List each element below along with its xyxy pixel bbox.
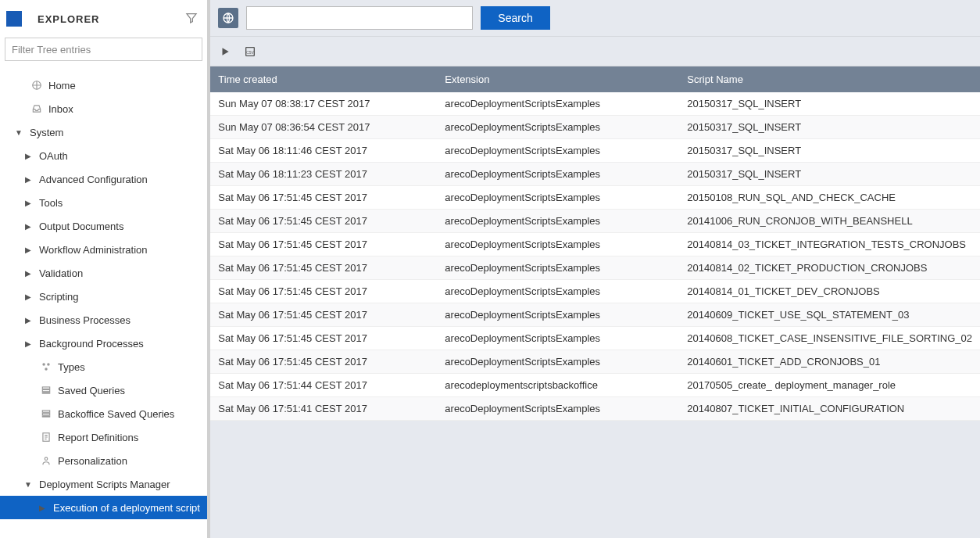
- table-cell: Sun May 07 08:36:54 CEST 2017: [210, 116, 437, 138]
- tree-item-label: Deployment Scripts Manager: [39, 479, 170, 490]
- filter-icon[interactable]: [185, 12, 198, 27]
- tree-item-label: Background Processes: [39, 338, 144, 350]
- table-cell: arecoDeploymentScriptsExamples: [437, 350, 679, 373]
- main-panel: Search CSV Time created Extension Script…: [210, 0, 980, 538]
- table-row[interactable]: Sat May 06 17:51:45 CEST 2017arecoDeploy…: [210, 186, 980, 210]
- tree-item-label: Tools: [39, 197, 63, 209]
- table-cell: Sat May 06 17:51:45 CEST 2017: [210, 186, 437, 209]
- table-cell: 20140814_03_TICKET_INTEGRATION_TESTS_CRO…: [679, 233, 980, 256]
- table-cell: arecoDeploymentScriptsExamples: [437, 256, 679, 279]
- query-icon: [39, 385, 53, 396]
- table-cell: 20141006_RUN_CRONJOB_WITH_BEANSHELL: [679, 210, 980, 232]
- search-input[interactable]: [246, 6, 473, 30]
- chevron-right-icon: ▶: [23, 199, 33, 207]
- tree-item[interactable]: ▶OAuth: [0, 144, 207, 167]
- tree-item-label: Types: [58, 361, 85, 373]
- tree-item[interactable]: ▶Business Processes: [0, 308, 207, 332]
- tree-item-label: Validation: [39, 267, 83, 279]
- tree-item-label: OAuth: [39, 150, 68, 162]
- chevron-right-icon: ▶: [23, 152, 33, 160]
- tree-item[interactable]: ▶Validation: [0, 261, 207, 285]
- tree-item[interactable]: ▶Workflow Administration: [0, 238, 207, 261]
- table-cell: 20150317_SQL_INSERT: [679, 116, 980, 138]
- table-cell: Sat May 06 18:11:23 CEST 2017: [210, 163, 437, 185]
- column-header-extension[interactable]: Extension: [437, 66, 679, 92]
- tree-item[interactable]: ▶Tools: [0, 191, 207, 214]
- tree-item[interactable]: ▶Execution of a deployment script: [0, 496, 207, 519]
- tree-item-label: Scripting: [39, 291, 79, 303]
- inbox-icon: [30, 103, 44, 114]
- table-row[interactable]: Sat May 06 18:11:23 CEST 2017arecoDeploy…: [210, 163, 980, 186]
- tree-item[interactable]: Types: [0, 355, 207, 378]
- chevron-right-icon: ▶: [23, 246, 33, 254]
- table-cell: arecodeploymentscriptsbackoffice: [437, 374, 679, 396]
- table-cell: 20170505_create_ deployment_manager_role: [679, 374, 980, 396]
- table-cell: arecoDeploymentScriptsExamples: [437, 303, 679, 326]
- tree-item-label: Execution of a deployment script: [53, 502, 200, 514]
- table-cell: arecoDeploymentScriptsExamples: [437, 397, 679, 420]
- table-cell: arecoDeploymentScriptsExamples: [437, 210, 679, 232]
- table-cell: Sat May 06 17:51:45 CEST 2017: [210, 350, 437, 373]
- chevron-down-icon: ▼: [23, 480, 33, 489]
- filter-tree-input[interactable]: [5, 38, 202, 61]
- svg-point-11: [45, 457, 48, 461]
- app-logo: [6, 11, 22, 27]
- tree-item[interactable]: ▼Deployment Scripts Manager: [0, 472, 207, 496]
- table-row[interactable]: Sat May 06 17:51:45 CEST 2017arecoDeploy…: [210, 210, 980, 233]
- tree-item[interactable]: Backoffice Saved Queries: [0, 402, 207, 425]
- tree-item[interactable]: ▶Scripting: [0, 285, 207, 308]
- tree-item-label: Inbox: [48, 103, 73, 115]
- tree-item[interactable]: ▶Output Documents: [0, 214, 207, 238]
- table-row[interactable]: Sat May 06 18:11:46 CEST 2017arecoDeploy…: [210, 139, 980, 163]
- column-header-time[interactable]: Time created: [210, 66, 437, 92]
- table-cell: 20150317_SQL_INSERT: [679, 163, 980, 185]
- svg-point-3: [45, 368, 48, 371]
- table-cell: Sun May 07 08:38:17 CEST 2017: [210, 92, 437, 115]
- table-row[interactable]: Sat May 06 17:51:45 CEST 2017arecoDeploy…: [210, 303, 980, 327]
- table-row[interactable]: Sun May 07 08:36:54 CEST 2017arecoDeploy…: [210, 116, 980, 139]
- table-cell: 20140608_TICKET_CASE_INSENSITIVE_FILE_SO…: [679, 327, 980, 350]
- table-cell: arecoDeploymentScriptsExamples: [437, 233, 679, 256]
- home-icon: [30, 80, 44, 91]
- sidebar: EXPLORER HomeInbox▼System▶OAuth▶Advanced…: [0, 0, 210, 538]
- tree-item[interactable]: Saved Queries: [0, 378, 207, 402]
- tree-item[interactable]: Report Definitions: [0, 425, 207, 449]
- table-row[interactable]: Sat May 06 17:51:45 CEST 2017arecoDeploy…: [210, 327, 980, 350]
- svg-rect-8: [42, 413, 49, 414]
- svg-point-1: [42, 363, 45, 366]
- table-row[interactable]: Sun May 07 08:38:17 CEST 2017arecoDeploy…: [210, 92, 980, 116]
- tree-item[interactable]: ▶Background Processes: [0, 332, 207, 355]
- chevron-right-icon: ▶: [23, 269, 33, 278]
- table-row[interactable]: Sat May 06 17:51:45 CEST 2017arecoDeploy…: [210, 256, 980, 280]
- table-row[interactable]: Sat May 06 17:51:41 CEST 2017arecoDeploy…: [210, 397, 980, 421]
- tree-item-label: Business Processes: [39, 314, 131, 326]
- chevron-right-icon: ▶: [38, 504, 47, 512]
- tree-item[interactable]: Home: [0, 74, 207, 97]
- tree-item-label: System: [30, 127, 63, 138]
- table-cell: 20140807_TICKET_INITIAL_CONFIGURATION: [679, 397, 980, 420]
- tree-item[interactable]: Inbox: [0, 97, 207, 120]
- run-button[interactable]: [218, 45, 232, 59]
- table-cell: arecoDeploymentScriptsExamples: [437, 186, 679, 209]
- tree-item[interactable]: Personalization: [0, 449, 207, 472]
- table-cell: Sat May 06 17:51:41 CEST 2017: [210, 397, 437, 420]
- chevron-right-icon: ▶: [23, 339, 33, 348]
- table-row[interactable]: Sat May 06 17:51:45 CEST 2017arecoDeploy…: [210, 233, 980, 256]
- table-row[interactable]: Sat May 06 17:51:45 CEST 2017arecoDeploy…: [210, 280, 980, 303]
- column-header-script-name[interactable]: Script Name: [679, 66, 980, 92]
- table-cell: 20150317_SQL_INSERT: [679, 139, 980, 162]
- svg-point-2: [47, 363, 50, 366]
- tree-item-label: Advanced Configuration: [39, 174, 148, 185]
- sidebar-title: EXPLORER: [38, 13, 185, 25]
- export-csv-button[interactable]: CSV: [243, 45, 257, 59]
- table-row[interactable]: Sat May 06 17:51:45 CEST 2017arecoDeploy…: [210, 350, 980, 374]
- locale-button[interactable]: [218, 8, 238, 28]
- chevron-right-icon: ▶: [23, 292, 33, 301]
- table-cell: Sat May 06 17:51:45 CEST 2017: [210, 210, 437, 232]
- tree-item[interactable]: ▶Advanced Configuration: [0, 167, 207, 191]
- tree-item[interactable]: ▼System: [0, 120, 207, 144]
- table-row[interactable]: Sat May 06 17:51:44 CEST 2017arecodeploy…: [210, 374, 980, 397]
- table-cell: Sat May 06 17:51:45 CEST 2017: [210, 303, 437, 326]
- search-button[interactable]: Search: [481, 6, 549, 30]
- table-cell: arecoDeploymentScriptsExamples: [437, 92, 679, 115]
